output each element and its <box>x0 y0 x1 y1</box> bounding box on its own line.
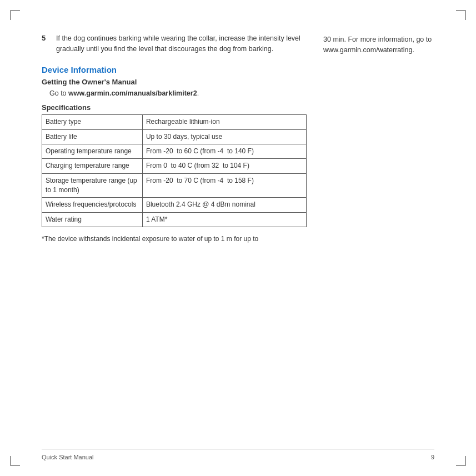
table-cell-value: Rechargeable lithium-ion <box>142 115 306 129</box>
table-cell-value: Up to 30 days, typical use <box>142 129 306 144</box>
corner-mark-tr <box>456 10 466 20</box>
step-5-number: 5 <box>42 33 51 55</box>
specs-table-body: Battery typeRechargeable lithium-ionBatt… <box>42 115 307 227</box>
table-cell-label: Operating temperature range <box>42 144 143 158</box>
table-cell-label: Battery type <box>42 115 143 129</box>
table-row: Battery lifeUp to 30 days, typical use <box>42 129 307 144</box>
table-cell-value: From -20 to 70 C (from -4 to 158 F) <box>142 173 306 198</box>
footnote-text: *The device withstands incidental exposu… <box>42 234 307 244</box>
right-column: 30 min. For more information, go to www.… <box>323 33 434 443</box>
table-row: Operating temperature rangeFrom -20 to 6… <box>42 144 307 158</box>
owner-manual-heading: Getting the Owner's Manual <box>42 78 307 86</box>
specifications-heading: Specifications <box>42 103 307 112</box>
table-cell-label: Water rating <box>42 212 143 227</box>
step-5-text: If the dog continues barking while weari… <box>56 33 307 55</box>
content-area: 5 If the dog continues barking while wea… <box>42 33 434 443</box>
specs-table: Battery typeRechargeable lithium-ionBatt… <box>42 114 307 227</box>
corner-mark-bl <box>10 456 20 466</box>
owner-manual-period: . <box>197 89 199 97</box>
table-cell-value: Bluetooth 2.4 GHz @ 4 dBm nominal <box>142 198 306 212</box>
right-column-text: 30 min. For more information, go to www.… <box>323 33 434 56</box>
device-information-heading: Device Information <box>42 65 307 74</box>
table-row: Water rating1 ATM* <box>42 212 307 227</box>
table-row: Wireless frequencies/protocolsBluetooth … <box>42 198 307 212</box>
page: 5 If the dog continues barking while wea… <box>0 0 476 476</box>
table-cell-label: Charging temperature range <box>42 159 143 173</box>
footer-left-text: Quick Start Manual <box>42 454 94 460</box>
table-cell-label: Storage temperature range (up to 1 month… <box>42 173 143 198</box>
table-cell-value: From 0 to 40 C (from 32 to 104 F) <box>142 159 306 173</box>
two-column-layout: 5 If the dog continues barking while wea… <box>42 33 434 443</box>
footer-line <box>42 449 434 449</box>
table-cell-label: Battery life <box>42 129 143 144</box>
table-row: Storage temperature range (up to 1 month… <box>42 173 307 198</box>
footer: Quick Start Manual 9 <box>42 454 434 460</box>
table-cell-label: Wireless frequencies/protocols <box>42 198 143 212</box>
left-column: 5 If the dog continues barking while wea… <box>42 33 307 443</box>
corner-mark-tl <box>10 10 20 20</box>
footer-right-text: 9 <box>431 454 434 460</box>
table-row: Charging temperature rangeFrom 0 to 40 C… <box>42 159 307 173</box>
owner-manual-link: www.garmin.com/manuals/barklimiter2 <box>68 89 197 97</box>
table-cell-value: From -20 to 60 C (from -4 to 140 F) <box>142 144 306 158</box>
table-row: Battery typeRechargeable lithium-ion <box>42 115 307 129</box>
owner-manual-text: Go to www.garmin.com/manuals/barklimiter… <box>49 88 307 99</box>
owner-manual-link-bold: www.garmin.com/manuals/barklimiter2 <box>68 89 197 97</box>
owner-manual-go-to: Go to <box>49 89 67 97</box>
corner-mark-br <box>456 456 466 466</box>
step-5-block: 5 If the dog continues barking while wea… <box>42 33 307 55</box>
table-cell-value: 1 ATM* <box>142 212 306 227</box>
